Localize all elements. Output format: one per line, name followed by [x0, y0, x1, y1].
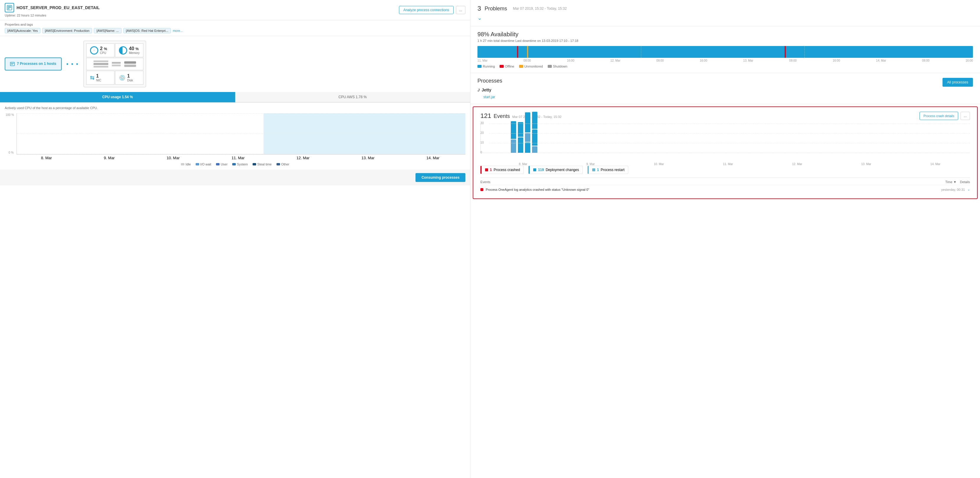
events-x-7: 14. Mar [931, 162, 940, 166]
consuming-section: Consuming processes [0, 170, 470, 186]
disk-metric: 💿 1 Disk [115, 71, 143, 85]
availability-subtitle: 1 h 27 min total downtime Last downtime … [477, 39, 973, 43]
host-title: HOST_SERVER_PROD_EU_EAST_DETAIL [5, 3, 100, 13]
deploy-count: 119 [538, 168, 544, 172]
events-x-6: 13. Mar [861, 162, 872, 166]
bar-11mar [511, 121, 516, 153]
processes-section: Processes J Jetty start.jar All processe… [470, 73, 980, 104]
x-label-7: 14. Mar [426, 156, 439, 160]
x-label-3: 10. Mar [167, 156, 180, 160]
x-label-6: 13. Mar [361, 156, 374, 160]
event-row: Process OneAgent log analytics crashed w… [480, 185, 970, 194]
event-row-text: Process OneAgent log analytics crashed w… [486, 188, 589, 191]
crash-indicator [485, 168, 488, 172]
svg-rect-3 [8, 8, 10, 9]
cpu-aws-tab[interactable]: CPU AWS 1.78 % [235, 92, 470, 102]
legend-dot-idle [181, 163, 185, 165]
process-connector: • • • [67, 61, 79, 68]
running-color [477, 65, 482, 68]
right-panel: 3 Problems Mar 07 2019, 15:32 - Today, 1… [470, 0, 980, 478]
bar-12mar-2 [518, 137, 523, 153]
more-tags-link[interactable]: more... [173, 29, 183, 32]
event-row-time: yesterday, 00:31 [941, 188, 965, 191]
incident-3 [785, 46, 786, 58]
event-row-indicator [480, 188, 484, 191]
tag-autoscale: [AWS]Autoscale: Yes [5, 28, 40, 33]
bar-14mar-2 [532, 129, 537, 146]
legend-system: System [232, 162, 248, 166]
events-x-1: 8. Mar [519, 162, 527, 166]
host-icon [5, 3, 14, 13]
avail-x-11: 08:00 [922, 59, 929, 62]
events-section: 121 Events Mar 07 2019, 15:32 - Today, 1… [473, 106, 978, 199]
incident-1 [517, 46, 518, 58]
memory-value: 40 % [129, 46, 140, 51]
legend-dot-other [277, 163, 280, 165]
event-row-expand[interactable]: ⌄ [967, 187, 970, 191]
chart-description: Actively used CPU of the host as a perce… [5, 106, 465, 110]
y-label-0: 0 % [8, 151, 14, 154]
nic-icon: ⇆ [90, 75, 94, 81]
deploy-count-item[interactable]: 119 Deployment changes [528, 166, 583, 174]
properties-header[interactable]: Properties and tags [5, 23, 465, 26]
events-sort[interactable]: Time ▼ [945, 180, 956, 184]
crash-details-button[interactable]: Process crash details [920, 112, 958, 120]
events-title-group: 121 Events Mar 07 2019, 15:32 - Today, 1… [480, 112, 562, 120]
events-x-3: 10. Mar [654, 162, 664, 166]
problems-header: 3 Problems Mar 07 2019, 15:32 - Today, 1… [477, 5, 973, 13]
events-list-label: Events [480, 180, 490, 184]
legend-label-stealtime: Steal time [257, 162, 272, 166]
event-row-left: Process OneAgent log analytics crashed w… [480, 188, 589, 191]
server-visual: ○ 2 % CPU 40 % Memory [84, 41, 146, 87]
restart-count-item[interactable]: 1 Process restart [587, 166, 628, 174]
problems-date: Mar 07 2019, 15:32 - Today, 15:32 [513, 6, 566, 11]
more-button[interactable]: ... [456, 6, 465, 14]
crash-label: Process crashed [494, 168, 520, 172]
time-sort-label: Time [945, 180, 952, 184]
chart-highlight [264, 113, 465, 154]
properties-section: Properties and tags [AWS]Autoscale: Yes … [0, 21, 470, 36]
problems-expand-button[interactable]: ⌄ [477, 15, 973, 21]
legend-label-user: User [221, 162, 228, 166]
process-box[interactable]: 7 Processes on 1 hosts [5, 57, 62, 70]
avail-x-3: 16:00 [567, 59, 574, 62]
consuming-processes-button[interactable]: Consuming processes [415, 173, 465, 182]
avail-x-6: 16:00 [700, 59, 707, 62]
events-details[interactable]: Details [960, 180, 970, 184]
cpu-tabs: CPU usage 1.54 % CPU AWS 1.78 % [0, 92, 470, 103]
legend-user: User [216, 162, 228, 166]
uptime-text: Uptime: 22 hours 12 minutes [5, 14, 100, 17]
analyze-button[interactable]: Analyze process connections [399, 6, 453, 14]
avail-x-9: 16:00 [833, 59, 840, 62]
cpu-metric: ○ 2 % CPU [86, 43, 115, 57]
process-link[interactable]: start.jar [484, 95, 495, 99]
x-label-2: 9. Mar [104, 156, 115, 160]
crash-count-item[interactable]: 1 Process crashed [480, 166, 524, 174]
bar-11mar-2 [511, 140, 516, 153]
restart-count: 1 [597, 168, 599, 172]
bar-14mar-1 [532, 112, 537, 129]
memory-metric: 40 % Memory [115, 43, 143, 57]
all-processes-button[interactable]: All processes [942, 78, 973, 87]
events-header: 121 Events Mar 07 2019, 15:32 - Today, 1… [480, 112, 970, 120]
legend-iowait: I/O wait [196, 162, 211, 166]
cpu-usage-tab[interactable]: CPU usage 1.54 % [0, 92, 235, 102]
process-overview: 7 Processes on 1 hosts • • • ○ 2 % CPU [0, 36, 470, 92]
deploy-indicator [533, 168, 536, 172]
bar-13mar-2 [525, 133, 530, 142]
svg-rect-1 [8, 6, 11, 7]
legend-shutdown: Shutdown [548, 65, 568, 68]
bar-12mar-1 [518, 122, 523, 137]
legend-other: Other [277, 162, 290, 166]
events-more-button[interactable]: ... [961, 112, 970, 120]
chart-section: Actively used CPU of the host as a perce… [0, 103, 470, 170]
problems-count: 3 [477, 5, 481, 13]
process-name: Jetty [482, 87, 491, 92]
svg-rect-6 [11, 64, 13, 65]
sort-chevron-icon: ▼ [953, 180, 956, 184]
bar-13mar-1 [525, 112, 530, 132]
availability-bar [477, 46, 973, 58]
events-chart-bars [480, 124, 970, 153]
availability-title: 98% Availability [477, 31, 973, 38]
host-title-section: HOST_SERVER_PROD_EU_EAST_DETAIL Uptime: … [5, 3, 100, 17]
